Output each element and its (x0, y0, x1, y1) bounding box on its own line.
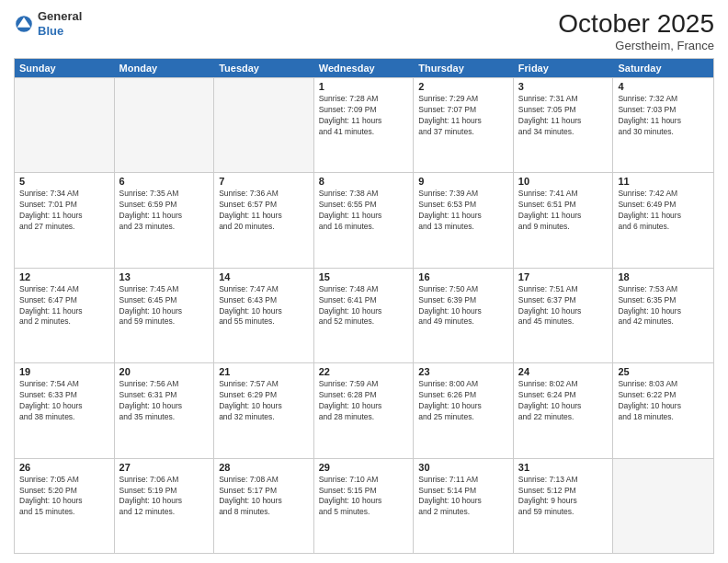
cell-info-line: Sunrise: 7:56 AM (119, 379, 210, 390)
calendar-cell: 29Sunrise: 7:10 AMSunset: 5:15 PMDayligh… (314, 459, 415, 553)
header-day-tuesday: Tuesday (214, 59, 314, 77)
cell-info-line: and 12 minutes. (119, 507, 210, 518)
cell-info-line: and 59 minutes. (119, 316, 210, 327)
cell-info-line: and 37 minutes. (418, 127, 508, 138)
calendar-cell: 31Sunrise: 7:13 AMSunset: 5:12 PMDayligh… (514, 459, 614, 553)
cell-info-line: Sunrise: 7:32 AM (618, 94, 709, 105)
page: General Blue October 2025 Gerstheim, Fra… (0, 0, 728, 563)
cell-info-line: Daylight: 10 hours (518, 306, 609, 317)
cell-info-line: Daylight: 11 hours (418, 211, 508, 222)
calendar-cell: 20Sunrise: 7:56 AMSunset: 6:31 PMDayligh… (115, 363, 215, 457)
cell-info-line: Daylight: 10 hours (319, 401, 409, 412)
cell-info-line: Daylight: 10 hours (219, 306, 309, 317)
day-number: 23 (418, 366, 508, 377)
day-number: 13 (119, 271, 210, 282)
cell-info-line: Daylight: 11 hours (518, 211, 609, 222)
calendar-cell: 10Sunrise: 7:41 AMSunset: 6:51 PMDayligh… (514, 173, 614, 267)
day-number: 6 (119, 176, 210, 187)
cell-info-line: Sunset: 6:39 PM (418, 295, 508, 306)
cell-info-line: Sunrise: 7:05 AM (19, 475, 109, 486)
cell-info-line: Sunset: 6:51 PM (518, 200, 609, 211)
day-number: 3 (518, 81, 609, 92)
day-number: 29 (319, 462, 409, 473)
calendar-cell: 7Sunrise: 7:36 AMSunset: 6:57 PMDaylight… (214, 173, 314, 267)
calendar-row-2: 12Sunrise: 7:44 AMSunset: 6:47 PMDayligh… (15, 268, 713, 362)
cell-info-line: and 22 minutes. (518, 412, 609, 423)
cell-info-line: Sunrise: 7:13 AM (518, 475, 609, 486)
cell-info-line: Sunset: 6:59 PM (119, 200, 210, 211)
day-number: 5 (19, 176, 109, 187)
cell-info-line: and 45 minutes. (518, 316, 609, 327)
calendar-cell: 25Sunrise: 8:03 AMSunset: 6:22 PMDayligh… (613, 363, 713, 457)
cell-info-line: Daylight: 10 hours (618, 401, 709, 412)
cell-info-line: Daylight: 11 hours (418, 116, 508, 127)
cell-info-line: Daylight: 11 hours (618, 211, 709, 222)
calendar-cell: 9Sunrise: 7:39 AMSunset: 6:53 PMDaylight… (414, 173, 514, 267)
cell-info-line: Sunrise: 7:06 AM (119, 475, 210, 486)
cell-info-line: Sunset: 6:49 PM (618, 200, 709, 211)
day-number: 15 (319, 271, 409, 282)
day-number: 17 (518, 271, 609, 282)
cell-info-line: Daylight: 10 hours (119, 401, 210, 412)
cell-info-line: Sunset: 5:12 PM (518, 486, 609, 497)
cell-info-line: Sunset: 6:55 PM (319, 200, 409, 211)
cell-info-line: and 49 minutes. (418, 316, 508, 327)
cell-info-line: Sunset: 6:35 PM (618, 295, 709, 306)
calendar-row-4: 26Sunrise: 7:05 AMSunset: 5:20 PMDayligh… (15, 458, 713, 553)
cell-info-line: and 2 minutes. (418, 507, 508, 518)
cell-info-line: Sunrise: 7:35 AM (119, 189, 210, 200)
cell-info-line: Sunrise: 7:10 AM (319, 475, 409, 486)
calendar-cell: 5Sunrise: 7:34 AMSunset: 7:01 PMDaylight… (15, 173, 115, 267)
calendar-cell: 19Sunrise: 7:54 AMSunset: 6:33 PMDayligh… (15, 363, 115, 457)
day-number: 31 (518, 462, 609, 473)
header-day-saturday: Saturday (613, 59, 713, 77)
cell-info-line: Sunrise: 7:41 AM (518, 189, 609, 200)
calendar-cell: 1Sunrise: 7:28 AMSunset: 7:09 PMDaylight… (314, 78, 415, 172)
cell-info-line: Daylight: 10 hours (219, 496, 309, 507)
calendar-cell: 12Sunrise: 7:44 AMSunset: 6:47 PMDayligh… (15, 269, 115, 362)
calendar-cell: 4Sunrise: 7:32 AMSunset: 7:03 PMDaylight… (613, 78, 713, 172)
calendar-cell: 16Sunrise: 7:50 AMSunset: 6:39 PMDayligh… (414, 269, 514, 362)
cell-info-line: Sunset: 6:24 PM (518, 390, 609, 401)
cell-info-line: Sunrise: 8:02 AM (518, 379, 609, 390)
cell-info-line: and 55 minutes. (219, 316, 309, 327)
cell-info-line: Sunset: 6:33 PM (19, 390, 109, 401)
day-number: 18 (618, 271, 709, 282)
cell-info-line: Daylight: 10 hours (119, 496, 210, 507)
cell-info-line: and 59 minutes. (518, 507, 609, 518)
day-number: 20 (119, 366, 210, 377)
calendar-row-0: 1Sunrise: 7:28 AMSunset: 7:09 PMDaylight… (15, 77, 713, 172)
calendar-cell: 24Sunrise: 8:02 AMSunset: 6:24 PMDayligh… (514, 363, 614, 457)
cell-info-line: and 41 minutes. (319, 127, 409, 138)
day-number: 9 (418, 176, 508, 187)
header-day-thursday: Thursday (414, 59, 514, 77)
calendar-cell: 22Sunrise: 7:59 AMSunset: 6:28 PMDayligh… (314, 363, 415, 457)
header-day-friday: Friday (514, 59, 614, 77)
cell-info-line: and 16 minutes. (319, 222, 409, 233)
cell-info-line: Sunset: 5:17 PM (219, 486, 309, 497)
month-title: October 2025 (558, 9, 714, 39)
location: Gerstheim, France (558, 39, 714, 52)
logo-icon (14, 14, 34, 34)
calendar-cell (15, 78, 115, 172)
cell-info-line: and 23 minutes. (119, 222, 210, 233)
cell-info-line: Sunset: 7:07 PM (418, 105, 508, 116)
calendar-cell (214, 78, 314, 172)
cell-info-line: Daylight: 11 hours (19, 306, 109, 317)
calendar-cell: 3Sunrise: 7:31 AMSunset: 7:05 PMDaylight… (514, 78, 614, 172)
calendar-cell: 15Sunrise: 7:48 AMSunset: 6:41 PMDayligh… (314, 269, 415, 362)
day-number: 24 (518, 366, 609, 377)
day-number: 26 (19, 462, 109, 473)
day-number: 16 (418, 271, 508, 282)
cell-info-line: Sunset: 6:29 PM (219, 390, 309, 401)
header-day-monday: Monday (115, 59, 215, 77)
cell-info-line: Sunset: 6:31 PM (119, 390, 210, 401)
cell-info-line: Sunrise: 7:59 AM (319, 379, 409, 390)
cell-info-line: Daylight: 10 hours (119, 306, 210, 317)
cell-info-line: Daylight: 10 hours (618, 306, 709, 317)
day-number: 25 (618, 366, 709, 377)
day-number: 8 (319, 176, 409, 187)
cell-info-line: Sunset: 6:41 PM (319, 295, 409, 306)
cell-info-line: Daylight: 10 hours (19, 401, 109, 412)
cell-info-line: Daylight: 10 hours (418, 496, 508, 507)
